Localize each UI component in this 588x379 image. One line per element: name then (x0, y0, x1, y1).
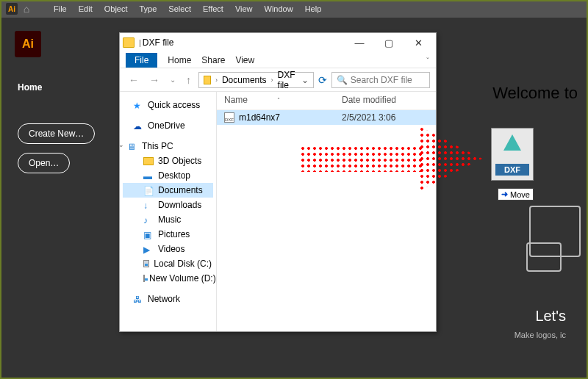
nav-forward-icon[interactable]: → (146, 74, 162, 86)
nav-pictures[interactable]: ▣Pictures (123, 227, 213, 242)
dxf-drop-target[interactable]: DXF (491, 128, 534, 181)
col-date[interactable]: Date modified (342, 95, 429, 105)
close-button[interactable]: ✕ (404, 35, 433, 51)
cloud-icon: ☁ (133, 121, 143, 130)
maximize-button[interactable]: ▢ (374, 35, 404, 51)
table-row[interactable]: DXF m1d64nx7 2/5/2021 3:06 (217, 110, 436, 125)
menu-view[interactable]: View (230, 3, 258, 15)
downloads-icon: ↓ (143, 201, 154, 209)
create-new-button[interactable]: Create New… (18, 123, 95, 144)
menu-select[interactable]: Select (163, 3, 196, 15)
nav-documents[interactable]: 📄Documents (123, 183, 213, 198)
breadcrumb-folder[interactable]: DXF file (278, 70, 298, 90)
ai-menu: File Edit Object Type Select Effect View… (49, 3, 326, 15)
nav-new-volume-d[interactable]: New Volume (D:) (123, 271, 213, 286)
nav-local-disk-c[interactable]: Local Disk (C:) (123, 256, 213, 271)
explorer-file-list[interactable]: Name ˄ Date modified DXF m1d64nx7 2/5/20… (217, 92, 436, 331)
welcome-heading: Welcome to (492, 84, 578, 103)
nav-network[interactable]: 🖧Network (123, 292, 213, 306)
menu-effect[interactable]: Effect (198, 3, 229, 15)
music-icon: ♪ (143, 215, 154, 224)
ribbon-expand-icon[interactable]: ⌄ (426, 54, 430, 60)
nav-recent-icon[interactable]: ⌄ (167, 76, 179, 84)
open-button[interactable]: Open… (18, 153, 70, 173)
desktop-icon: ▬ (143, 171, 154, 180)
ribbon-view[interactable]: View (235, 55, 254, 65)
disk-icon (143, 275, 145, 282)
folder-icon (143, 157, 154, 165)
sort-asc-icon[interactable]: ˄ (277, 97, 280, 104)
nav-label: This PC (142, 141, 173, 151)
col-name[interactable]: Name (224, 95, 248, 105)
explorer-body: ★Quick access ☁OneDrive 🖥This PC 3D Obje… (120, 92, 436, 331)
ai-logo-icon: Ai (6, 3, 18, 15)
nav-onedrive[interactable]: ☁OneDrive (123, 118, 213, 133)
nav-label: Network (148, 294, 180, 304)
nav-videos[interactable]: ▶Videos (123, 242, 213, 256)
window-title: DXF file (143, 37, 174, 48)
ribbon-file[interactable]: File (126, 53, 157, 68)
nav-label: Documents (158, 185, 203, 195)
nav-downloads[interactable]: ↓Downloads (123, 198, 213, 212)
breadcrumb[interactable]: › Documents › DXF file ⌄ (198, 72, 314, 88)
nav-label: Pictures (158, 229, 190, 239)
nav-quick-access[interactable]: ★Quick access (123, 98, 213, 112)
explorer-titlebar[interactable]: | DXF file — ▢ ✕ (120, 33, 436, 52)
menu-help[interactable]: Help (300, 3, 327, 15)
documents-icon: 📄 (143, 186, 154, 195)
minimize-button[interactable]: — (345, 35, 374, 51)
pc-icon: 🖥 (127, 142, 137, 151)
ai-menubar: Ai ⌂ File Edit Object Type Select Effect… (0, 0, 588, 18)
pictures-icon: ▣ (143, 230, 154, 239)
explorer-addressbar: ← → ⌄ ↑ › Documents › DXF file ⌄ ⟳ 🔍 Sea… (120, 68, 436, 92)
nav-music[interactable]: ♪Music (123, 212, 213, 227)
search-icon: 🔍 (337, 75, 348, 85)
nav-up-icon[interactable]: ↑ (183, 74, 194, 86)
autodesk-icon (503, 134, 521, 151)
nav-label: Downloads (158, 200, 201, 210)
search-placeholder: Search DXF file (351, 75, 412, 85)
nav-label: 3D Objects (158, 156, 201, 166)
nav-label: Videos (158, 244, 184, 254)
nav-label: New Volume (D:) (149, 273, 216, 284)
menu-object[interactable]: Object (99, 3, 133, 15)
nav-this-pc[interactable]: 🖥This PC (123, 139, 213, 154)
explorer-ribbon: File Home Share View ⌄ (120, 52, 436, 68)
breadcrumb-dropdown-icon[interactable]: ⌄ (301, 75, 309, 85)
menu-type[interactable]: Type (135, 3, 162, 15)
file-list-header: Name ˄ Date modified (217, 92, 436, 110)
lets-subtitle: Make logos, ic (514, 331, 566, 339)
dxf-ext-label: DXF (495, 164, 529, 176)
move-tooltip-text: Move (510, 190, 530, 199)
file-date: 2/5/2021 3:06 (342, 112, 429, 123)
tab-home[interactable]: Home (18, 82, 42, 93)
nav-3d-objects[interactable]: 3D Objects (123, 154, 213, 168)
disk-icon (143, 260, 149, 267)
move-arrow-icon: ➜ (501, 190, 508, 199)
file-explorer-window[interactable]: | DXF file — ▢ ✕ File Home Share View ⌄ … (119, 32, 437, 332)
nav-label: OneDrive (148, 120, 185, 131)
refresh-icon[interactable]: ⟳ (318, 74, 327, 86)
menu-file[interactable]: File (49, 3, 72, 15)
breadcrumb-documents[interactable]: Documents (222, 75, 267, 85)
chevron-right-icon[interactable]: › (270, 76, 275, 84)
nav-desktop[interactable]: ▬Desktop (123, 168, 213, 183)
explorer-nav-pane: ★Quick access ☁OneDrive 🖥This PC 3D Obje… (120, 92, 217, 331)
ribbon-home[interactable]: Home (168, 55, 191, 65)
menu-edit[interactable]: Edit (74, 3, 98, 15)
folder-icon (123, 37, 135, 48)
nav-label: Desktop (158, 170, 190, 181)
decorative-image-icon (526, 242, 562, 272)
dxf-file-icon: DXF (224, 112, 234, 123)
search-input[interactable]: 🔍 Search DXF file (331, 72, 430, 88)
nav-label: Music (158, 214, 181, 225)
ribbon-share[interactable]: Share (201, 55, 225, 65)
ai-logo-badge: Ai (15, 31, 41, 57)
star-icon: ★ (133, 101, 143, 109)
network-icon: 🖧 (133, 295, 143, 303)
home-icon[interactable]: ⌂ (21, 3, 32, 15)
chevron-right-icon[interactable]: › (214, 76, 219, 84)
nav-back-icon[interactable]: ← (126, 74, 142, 86)
menu-window[interactable]: Window (259, 3, 298, 15)
titlebar-sep: | (139, 38, 141, 47)
